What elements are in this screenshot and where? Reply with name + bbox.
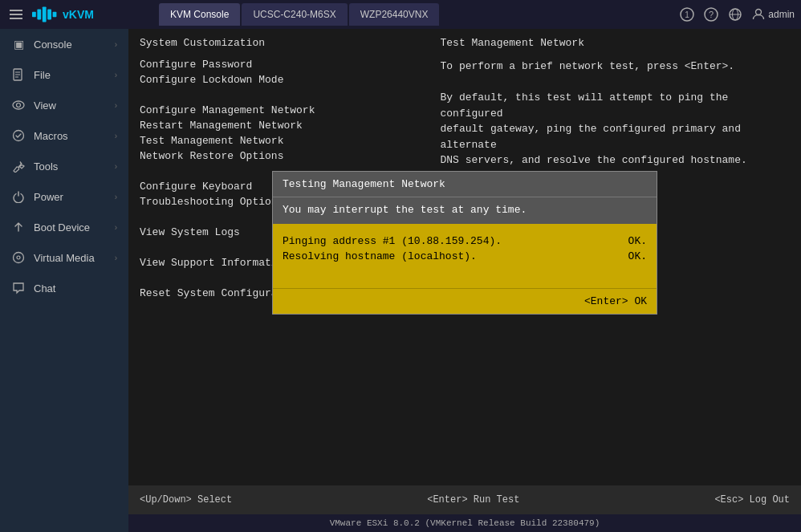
esxi-screen[interactable]: System Customization Configure Password … [128,29,801,485]
virtual-media-arrow: › [115,254,117,262]
svg-rect-0 [32,12,36,17]
main-layout: ▣ Console › File › View › Macros › [0,29,801,532]
sidebar-item-file[interactable]: File › [0,59,128,90]
globe-icon[interactable] [728,7,742,22]
sidebar-item-boot-device[interactable]: Boot Device › [0,212,128,242]
status-bar: <Up/Down> Select <Enter> Run Test <Esc> … [128,485,801,514]
esxi-menu-item-1[interactable]: Configure Lockdown Mode [140,74,425,86]
status-bar-right: <Esc> Log Out [714,494,790,506]
dialog-result-0-label: Pinging address #1 (10.88.159.254). [283,235,502,247]
view-arrow: › [115,101,117,110]
sidebar-item-console[interactable]: ▣ Console › [0,29,128,59]
sidebar-label-power: Power [34,191,107,203]
topbar-tabs: KVM Console UCSC-C240-M6SX WZP26440VNX [159,3,673,26]
svg-point-12 [756,10,762,15]
sidebar-item-chat[interactable]: Chat [0,273,128,303]
info-bar-text: VMware ESXi 8.0.2 (VMKernel Release Buil… [330,518,600,528]
sidebar-item-power[interactable]: Power › [0,181,128,212]
macros-arrow: › [115,132,117,140]
file-arrow: › [115,71,117,79]
sidebar-label-macros: Macros [34,130,107,142]
svg-rect-2 [43,6,47,22]
sidebar-item-virtual-media[interactable]: Virtual Media › [0,242,128,273]
dialog-result-1-label: Resolving hostname (localhost). [283,250,477,262]
esxi-menu-item-2 [140,89,425,101]
macros-icon [11,128,26,143]
esxi-right-desc: To perform a brief network test, press <… [441,59,791,169]
info-bar: VMware ESXi 8.0.2 (VMKernel Release Buil… [128,514,801,532]
dialog-result-0: Pinging address #1 (10.88.159.254). OK. [283,235,647,247]
svg-rect-1 [37,10,41,20]
dialog-result-0-status: OK. [628,235,647,247]
sidebar-label-file: File [34,69,107,81]
svg-rect-4 [53,12,57,17]
tools-icon [11,159,26,173]
dialog-result-1: Resolving hostname (localhost). OK. [283,250,647,262]
topbar: vKVM KVM Console UCSC-C240-M6SX WZP26440… [0,0,801,29]
status-bar-center: <Enter> Run Test [232,494,714,506]
tab-kvm-console[interactable]: KVM Console [159,3,240,26]
tab-wzp[interactable]: WZP26440VNX [349,3,440,26]
dialog-body: You may interrupt the test at any time. [273,197,657,224]
sidebar: ▣ Console › File › View › Macros › [0,29,128,532]
view-icon [11,98,26,112]
kvm-area: System Customization Configure Password … [128,29,801,532]
svg-point-17 [13,101,24,109]
svg-text:?: ? [709,10,714,19]
sidebar-label-chat: Chat [34,282,117,294]
badge-icon[interactable]: 1 [680,7,694,22]
svg-point-21 [17,256,20,259]
username-label: admin [768,9,795,20]
sidebar-item-tools[interactable]: Tools › [0,151,128,181]
dialog-box[interactable]: Testing Management Network You may inter… [272,171,657,315]
esxi-menu-item-6[interactable]: Network Restore Options [140,150,425,162]
svg-point-19 [14,131,24,141]
power-icon [11,189,26,204]
esxi-menu-item-0[interactable]: Configure Password [140,59,425,71]
topbar-right: 1 ? admin [680,7,795,22]
esxi-menu-item-5[interactable]: Test Management Network [140,135,425,147]
sidebar-item-macros[interactable]: Macros › [0,120,128,151]
svg-text:1: 1 [685,10,690,19]
file-icon [11,67,26,82]
sidebar-label-view: View [34,99,107,112]
sidebar-item-view[interactable]: View › [0,90,128,120]
dialog-footer[interactable]: <Enter> OK [273,288,657,314]
status-bar-left: <Up/Down> Select [140,494,232,506]
console-arrow: › [115,40,117,49]
sidebar-label-tools: Tools [34,160,107,173]
app-logo: vKVM [32,6,152,22]
help-icon[interactable]: ? [704,7,718,22]
boot-device-icon [11,220,26,234]
sidebar-label-boot-device: Boot Device [34,221,107,234]
dialog-result-1-status: OK. [628,250,647,262]
chat-icon [11,281,26,295]
tools-arrow: › [115,162,117,171]
esxi-menu-item-3[interactable]: Configure Management Network [140,104,425,116]
user-info[interactable]: admin [752,8,795,21]
esxi-menu-item-4[interactable]: Restart Management Network [140,120,425,132]
svg-rect-3 [47,10,51,20]
tab-ucsc[interactable]: UCSC-C240-M6SX [242,3,347,26]
app-title: vKVM [63,8,94,21]
svg-point-20 [14,253,24,263]
dialog-title: Testing Management Network [273,172,657,197]
esxi-right-title: Test Management Network [441,37,791,49]
sidebar-label-virtual-media: Virtual Media [34,252,107,264]
dialog-content: Pinging address #1 (10.88.159.254). OK. … [273,224,657,288]
boot-device-arrow: › [115,223,117,232]
sidebar-label-console: Console [34,39,107,51]
hamburger-menu[interactable] [6,6,26,22]
console-icon: ▣ [11,37,26,51]
virtual-media-icon [11,250,26,265]
esxi-left-title: System Customization [140,37,425,49]
power-arrow: › [115,193,117,201]
svg-point-18 [17,104,21,108]
